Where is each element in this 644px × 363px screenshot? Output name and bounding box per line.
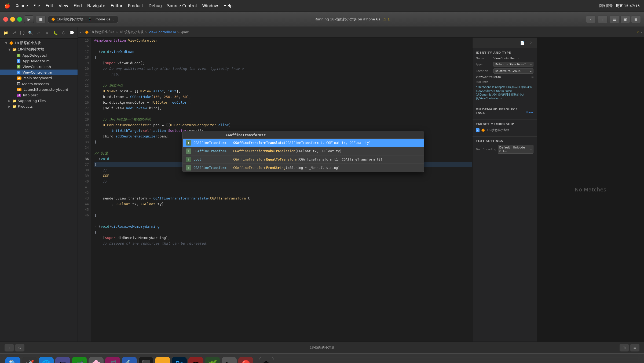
find-navigator-icon[interactable]: 🔍 [27,29,34,37]
inspector-type-row[interactable]: Type Default - Objective-C... ⌄ [476,62,533,67]
tree-item-supporting-files[interactable]: ▶ 📁 Supporting Files [0,98,78,104]
inspector-file-icon[interactable]: 📄 [518,39,526,47]
apple-logo[interactable]: 🍎 [4,3,10,9]
navigator-toolbar: 📁 ⎇ { } 🔍 ⚠ ◈ 🐛 ⬡ 💬 [0,27,78,39]
log-navigator-icon[interactable]: 💬 [68,29,75,37]
list-view-button[interactable]: ≡ [630,344,640,352]
autocomplete-item-0[interactable]: f CGAffineTransform CGAffineTransformTra… [183,139,424,147]
code-line-30: UIPanGestureRecognizer* pan = [[UIPanGes… [94,122,472,128]
inspector-location-select[interactable]: Relative to Group ⌄ [493,68,533,74]
dock-terminal[interactable]: ⬛ [138,357,153,363]
nav-next-issue[interactable]: › [641,30,642,34]
code-line-50: [super didReceiveMemoryWarning]; [94,235,472,241]
add-file-button[interactable]: + [4,344,14,352]
dock-safari[interactable]: 🌐 [39,357,54,363]
inspector-quick-help-icon[interactable]: ? [527,39,535,47]
stop-button[interactable]: ■ [36,15,46,23]
tree-item-group[interactable]: ▼ 📂 18-愤怒的小方块 [0,46,78,53]
menu-edit[interactable]: Edit [46,3,53,8]
code-editor[interactable]: 15 16 17 18 19 20 21 22 23 24 25 26 27 2… [78,38,472,342]
debug-toggle[interactable]: ▣ [620,15,630,23]
tree-item-assets[interactable]: 🖼 Assets.xcassets [0,81,78,87]
tree-item-mainstoryboard[interactable]: sb Main.storyboard [0,75,78,81]
debug-navigator-icon[interactable]: 🐛 [52,29,59,37]
inspector-location-row[interactable]: Location Relative to Group ⌄ [476,68,533,74]
autocomplete-item-1[interactable]: f CGAffineTransform CGAffineTransformMak… [183,147,424,155]
code-line-25: bird.frame = CGRectMake(150, 250, 30, 30… [94,94,472,100]
menu-debug[interactable]: Debug [149,3,162,8]
dock-app4[interactable]: ▶ [222,357,237,363]
tree-item-viewcontrollerh[interactable]: h ViewController.h [0,64,78,70]
dock-ps[interactable]: Ps [172,357,187,363]
source-control-icon[interactable]: ⎇ [10,29,18,37]
tree-item-appdelegateh[interactable]: h AppDelegate.h [0,53,78,58]
dock-app2[interactable]: ❤ [188,357,203,363]
breadcrumb-method[interactable]: -pan: [181,30,189,34]
dock-trash[interactable]: 🗑 [259,357,274,363]
menu-editor[interactable]: Editor [111,3,122,8]
symbol-navigator-icon[interactable]: { } [19,29,26,37]
dock-app3[interactable]: 🌿 [205,357,220,363]
issue-navigator-icon[interactable]: ⚠ [35,29,42,37]
filter-button[interactable]: ⊙ [15,344,25,352]
dock-itunes[interactable]: 🎵 [105,357,120,363]
dock-app5[interactable]: 🔴 [238,357,253,363]
dock-mail[interactable]: ✉ [55,357,70,363]
nav-back[interactable]: ‹ [80,30,81,34]
autocomplete-item-3[interactable]: f CGAffineTransform CGAffineTransformFro… [183,164,424,172]
forward-button[interactable]: › [598,15,608,23]
target-checkbox[interactable]: ✓ [476,128,480,132]
menu-view[interactable]: View [59,3,68,8]
line-num-24: 24 [78,88,91,94]
maximize-button[interactable] [17,17,22,22]
tree-item-viewcontrollerm[interactable]: m ViewController.m [0,70,78,75]
tree-item-project[interactable]: ▼ 🔶 18-愤怒的小方块 [0,40,78,46]
tree-item-launchscreen[interactable]: sb LaunchScreen.storyboard [0,87,78,92]
dock-sketch[interactable]: ✏ [155,357,170,363]
tree-item-infoplist[interactable]: pl Info.plist [0,92,78,98]
breadcrumb-project[interactable]: 18-愤怒的小方块 [90,30,115,34]
identity-type-section: Identity and Type Name ViewController.m … [473,48,537,105]
menu-product[interactable]: Product [128,3,143,8]
code-line-45 [94,207,472,212]
menu-window[interactable]: Window [202,3,218,8]
close-button[interactable] [3,17,8,22]
autocomplete-popup[interactable]: CGAffineTransformtr f CGAffineTransform … [182,131,424,172]
grid-view-button[interactable]: ⊞ [619,344,629,352]
scheme-selector[interactable]: 🔶 18-愤怒的小方块 › 📱 iPhone 6s ⌄ [48,16,118,23]
text-encoding-label: Text Encoding [476,148,496,151]
breakpoint-navigator-icon[interactable]: ⬡ [60,29,67,37]
dock-facetime[interactable]: 📹 [72,357,87,363]
menu-xcode[interactable]: Xcode [16,3,28,8]
warning-indicator[interactable]: ⚠ [636,30,639,34]
test-navigator-icon[interactable]: ◈ [43,29,51,37]
back-button[interactable]: ‹ [586,15,596,23]
minimize-button[interactable] [10,17,15,22]
text-encoding-row[interactable]: Text Encoding Default - Unicode (UT... ⌄ [476,145,533,154]
menu-find[interactable]: Find [74,3,82,8]
show-button[interactable]: Show [525,111,533,114]
inspector-toggle[interactable]: ⊞ [631,15,641,23]
run-button[interactable]: ▶ [24,15,34,23]
menu-help[interactable]: Help [224,3,233,8]
dock-photos[interactable]: 🌸 [89,357,104,363]
navigator-toggle[interactable]: ☰ [610,15,619,23]
file-navigator-icon[interactable]: 📁 [2,29,9,37]
nav-forward[interactable]: › [82,30,84,34]
dock-xcode[interactable]: 🔨 [122,357,137,363]
menu-navigate[interactable]: Navigate [87,3,105,8]
line-num-21: 21 [78,71,91,77]
menu-source-control[interactable]: Source Control [167,3,197,8]
dock-finder[interactable]: 🔍 [5,357,20,363]
breadcrumb-group[interactable]: 18-愤怒的小方块 [119,30,144,34]
autocomplete-item-2[interactable]: f bool CGAffineTransformEqualToTransform… [183,155,424,164]
breadcrumb-file[interactable]: ViewController.m [149,30,176,34]
menu-file[interactable]: File [33,3,40,8]
dock-launchpad[interactable]: 🚀 [22,357,37,363]
tree-item-products[interactable]: ▶ 📁 Products [0,104,78,109]
text-encoding-select[interactable]: Default - Unicode (UT... ⌄ [498,145,533,154]
code-line-24: UIView* bird = [[UIView alloc] init]; [94,88,472,94]
tree-item-appdelegatem[interactable]: m AppDelegate.m [0,58,78,64]
code-content[interactable]: @implementation ViewController - (void)v… [91,38,472,342]
inspector-type-select[interactable]: Default - Objective-C... ⌄ [493,62,533,67]
